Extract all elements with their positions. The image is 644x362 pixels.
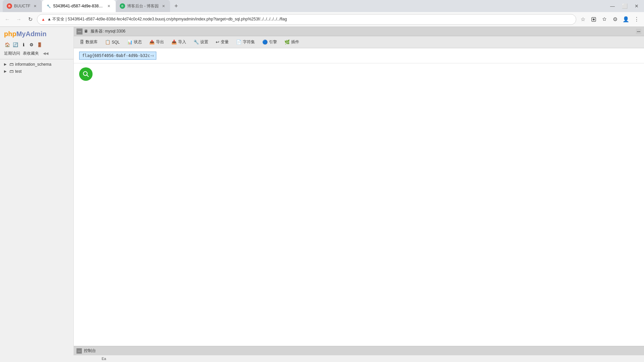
search-btn-icon [83,71,89,77]
db-icon-test: 🗃 [9,69,14,74]
variables-icon: ↩ [216,40,219,45]
tab-title-buuctf: BUUCTF [14,4,31,8]
server-bar-expand-btn[interactable]: — [636,29,641,34]
settings-button[interactable]: ⚙ [610,15,620,24]
toolbar-export-label: 导出 [156,39,164,45]
toolbar-settings-btn[interactable]: 🔧 设置 [190,38,212,46]
toolbar-import-label: 导入 [178,39,186,45]
toolbar-charset-btn[interactable]: 📄 字符集 [233,38,258,46]
console-label: 控制台 [84,348,96,354]
minimize-button[interactable]: — [608,1,617,11]
db-name-test: test [15,69,21,74]
export-icon: 📤 [149,40,155,45]
phpmyadmin-logo: phpMyAdmin [0,27,73,40]
close-button[interactable]: ✕ [632,1,641,11]
extension1-button[interactable] [589,15,598,24]
expand-icon-test: ▶ [4,69,8,73]
back-button[interactable]: ← [3,15,12,24]
sidebar-icon-bar: 🏠 🔄 ℹ ⚙ 🚪 [0,40,73,49]
tab-title-blog: 博客后台 - 博客园 [127,3,159,9]
toolbar-plugins-label: 插件 [291,39,299,45]
menu-button[interactable]: ⋮ [632,15,641,24]
maximize-button[interactable]: ⬜ [620,1,629,11]
search-btn-area [74,63,644,85]
url-text: ▲ 不安全 | 5343f641-d587-4d9e-838d-fec4d74c… [47,16,572,22]
status-icon: 📊 [127,40,132,45]
tab-close-buuctf[interactable]: ✕ [33,3,38,9]
tab-favicon-blog: B [120,3,125,9]
svg-point-1 [593,18,595,20]
sql-input-field[interactable] [79,52,156,60]
refresh-button[interactable]: ↻ [25,15,35,24]
charset-icon: 📄 [236,40,241,45]
server-icon: 🖥 [84,29,89,34]
footer-text: Ea [102,357,106,361]
sidebar: phpMyAdmin 🏠 🔄 ℹ ⚙ 🚪 近期访问 表收藏夹 ◀◀ ▶ 🗃 in… [0,27,74,355]
sql-area [74,48,644,63]
tab-close-pma[interactable]: ✕ [106,3,112,9]
pma-panel: — 🖥 服务器: mysql:3306 — 🗄 数据库 📋 SQL 📊 状态 [74,27,644,355]
toolbar-charset-label: 字符集 [243,39,255,45]
tab-title-pma: 5343f641-d587-4d9e-838d-fe [53,4,104,8]
console-collapse-btn[interactable]: — [76,348,82,354]
toolbar-import-btn[interactable]: 📥 导入 [168,38,190,46]
toolbar-engines-label: 引擎 [269,39,277,45]
tab-buuctf[interactable]: B BUUCTF ✕ [3,0,42,12]
url-bar[interactable]: ▲ ▲ 不安全 | 5343f641-d587-4d9e-838d-fec4d7… [37,14,576,25]
toolbar-plugins-btn[interactable]: 🌿 插件 [281,38,303,46]
nav-bar: ← → ↻ ▲ ▲ 不安全 | 5343f641-d587-4d9e-838d-… [0,12,644,27]
sidebar-collapse-icon[interactable]: ◀◀ [42,51,48,56]
server-bar: — 🖥 服务器: mysql:3306 — [74,27,644,36]
toolbar-export-btn[interactable]: 📤 导出 [146,38,167,46]
engines-icon: 🔵 [262,40,268,45]
exit-icon[interactable]: 🚪 [36,41,43,48]
toolbar-variables-label: 变量 [221,39,229,45]
server-bar-title: 服务器: mysql:3306 [91,28,125,34]
toolbar-engines-btn[interactable]: 🔵 引擎 [259,38,280,46]
logo-php: php [4,30,16,38]
toolbar-status-btn[interactable]: 📊 状态 [124,38,145,46]
bookmarks-label: 表收藏夹 [23,51,39,56]
status-bar: Ea [0,355,644,362]
database-icon: 🗄 [80,40,84,45]
toolbar-settings-label: 设置 [200,39,208,45]
tab-phpmyadmin[interactable]: 🔧 5343f641-d587-4d9e-838d-fe ✕ [42,0,116,12]
refresh-db-icon[interactable]: 🔄 [12,41,19,48]
sidebar-item-test[interactable]: ▶ 🗃 test [0,68,73,75]
main-content: phpMyAdmin 🏠 🔄 ℹ ⚙ 🚪 近期访问 表收藏夹 ◀◀ ▶ 🗃 in… [0,27,644,355]
sidebar-divider [0,59,73,59]
tab-favicon-pma: 🔧 [46,3,51,9]
tab-favicon-buuctf: B [7,3,12,9]
server-bar-collapse-btn[interactable]: — [76,28,83,35]
db-name-information-schema: information_schema [15,62,51,67]
toolbar-sql-btn[interactable]: 📋 SQL [102,38,123,46]
expand-icon-information-schema: ▶ [4,62,8,66]
forward-button[interactable]: → [14,15,23,24]
db-icon-information-schema: 🗃 [9,62,14,67]
extension2-button[interactable] [600,15,609,24]
recent-label: 近期访问 [4,51,20,56]
toolbar-sql-label: SQL [112,40,120,45]
user-button[interactable]: 👤 [621,15,631,24]
settings-toolbar-icon: 🔧 [194,40,199,45]
toolbar-variables-btn[interactable]: ↩ 变量 [212,38,232,46]
sidebar-item-information-schema[interactable]: ▶ 🗃 information_schema [0,61,73,68]
search-execute-button[interactable] [79,67,93,81]
toolbar-status-label: 状态 [134,39,142,45]
sql-icon: 📋 [105,40,110,45]
toolbar: 🗄 数据库 📋 SQL 📊 状态 📤 导出 📥 导入 [74,36,644,48]
info-icon[interactable]: ℹ [20,41,27,48]
star-button[interactable]: ☆ [578,15,588,24]
content-area [74,85,644,346]
home-icon[interactable]: 🏠 [4,41,11,48]
toolbar-database-btn[interactable]: 🗄 数据库 [76,38,101,46]
plugins-icon: 🌿 [284,40,290,45]
svg-line-3 [87,75,89,77]
new-tab-button[interactable]: + [171,1,181,11]
sidebar-recent-row: 近期访问 表收藏夹 ◀◀ [0,49,73,58]
security-warning-icon: ▲ [41,17,45,22]
config-icon[interactable]: ⚙ [28,41,35,48]
tab-blog[interactable]: B 博客后台 - 博客园 ✕ [116,0,170,12]
sql-input-container [79,52,639,60]
tab-close-blog[interactable]: ✕ [161,3,166,9]
